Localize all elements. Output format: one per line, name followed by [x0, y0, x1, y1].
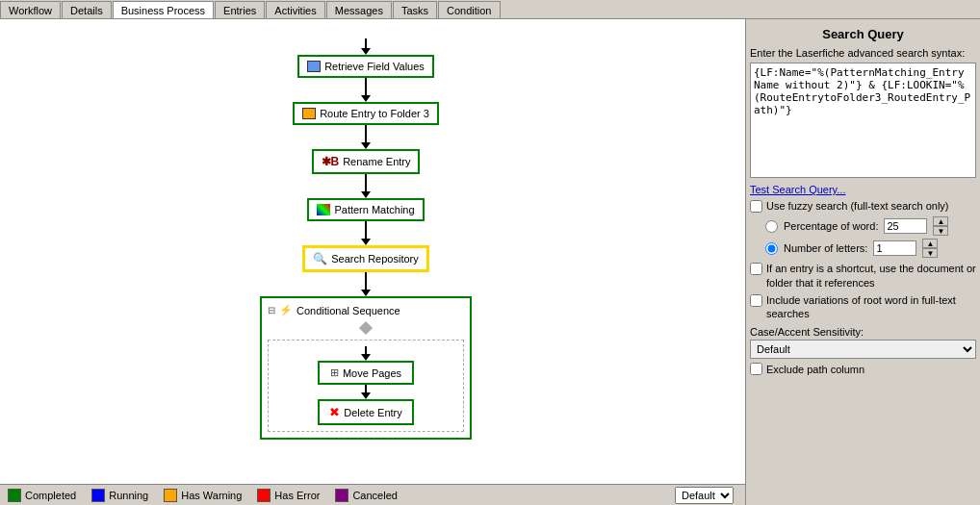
workflow-canvas: Retrieve Field Values Route Entry to Fol…	[0, 19, 746, 505]
node-search-label: Search Repository	[331, 253, 419, 265]
node-condseq[interactable]: ⊟ ⚡ Conditional Sequence	[260, 296, 472, 440]
condseq-inner: ⊞ Move Pages ✖ Delete Entry	[268, 340, 464, 432]
variations-checkbox[interactable]	[750, 294, 762, 307]
node-route[interactable]: Route Entry to Folder 3	[293, 102, 439, 125]
collapse-icon[interactable]: ⊟	[268, 305, 275, 316]
default-dropdown[interactable]: Default	[675, 487, 734, 504]
legend-error-color	[257, 489, 271, 502]
percentage-down-btn[interactable]: ▼	[933, 226, 948, 236]
move-icon: ⊞	[330, 366, 339, 379]
node-movepages-label: Move Pages	[343, 367, 401, 379]
tab-condition[interactable]: Condition	[438, 1, 500, 18]
node-retrieve-label: Retrieve Field Values	[324, 61, 425, 72]
legend-haswarning-label: Has Warning	[181, 490, 242, 501]
percentage-radio[interactable]	[765, 220, 778, 233]
node-search[interactable]: 🔍 Search Repository	[302, 245, 429, 272]
exclude-path-option: Exclude path column	[750, 363, 976, 375]
diamond-shape	[359, 321, 373, 335]
tab-entries[interactable]: Entries	[215, 1, 265, 18]
case-accent-select[interactable]: Default Sensitive Insensitive	[750, 340, 976, 359]
legend-running-label: Running	[109, 490, 148, 501]
legend-haserror-label: Has Error	[274, 490, 320, 501]
exclude-path-label: Exclude path column	[766, 364, 864, 375]
node-route-label: Route Entry to Folder 3	[320, 108, 429, 119]
node-pattern[interactable]: Pattern Matching	[307, 198, 424, 221]
percentage-up-btn[interactable]: ▲	[933, 216, 948, 226]
fuzzy-search-option: Use fuzzy search (full-text search only)	[750, 199, 976, 213]
default-select[interactable]: Default	[675, 487, 734, 504]
tab-activities[interactable]: Activities	[266, 1, 324, 18]
exclude-path-checkbox[interactable]	[750, 363, 762, 375]
legend-bar: Completed Running Has Warning Has Error …	[0, 484, 745, 505]
percentage-spinner: ▲ ▼	[933, 216, 948, 236]
legend-running-color	[91, 489, 105, 502]
letters-input[interactable]	[873, 240, 916, 256]
node-pattern-label: Pattern Matching	[334, 204, 414, 215]
letters-radio[interactable]	[765, 242, 778, 255]
search-icon: 🔍	[313, 252, 327, 265]
pattern-icon	[317, 204, 330, 215]
legend-completed-color	[8, 489, 21, 502]
shortcut-label: If an entry is a shortcut, use the docum…	[766, 262, 976, 290]
node-deleteentry[interactable]: ✖ Delete Entry	[318, 399, 414, 425]
case-accent-label: Case/Accent Sensitivity:	[750, 326, 976, 338]
legend-completed-label: Completed	[25, 490, 76, 501]
legend-warning-color	[164, 489, 177, 502]
legend-haswarning: Has Warning	[164, 489, 242, 502]
node-rename[interactable]: ✱B Rename Entry	[312, 149, 421, 174]
percentage-row: Percentage of word: ▲ ▼	[765, 216, 976, 236]
node-condseq-label: Conditional Sequence	[297, 305, 400, 316]
tab-details[interactable]: Details	[62, 1, 112, 18]
right-panel: Search Query Enter the Laserfiche advanc…	[746, 19, 980, 505]
letters-up-btn[interactable]: ▲	[922, 239, 938, 248]
test-query-link[interactable]: Test Search Query...	[750, 184, 976, 195]
tab-business-process[interactable]: Business Process	[113, 1, 214, 18]
workflow-nodes: Retrieve Field Values Route Entry to Fol…	[10, 29, 722, 440]
percentage-label: Percentage of word:	[784, 220, 878, 232]
tabs-bar: Workflow Details Business Process Entrie…	[0, 0, 980, 19]
node-deleteentry-label: Delete Entry	[344, 407, 402, 418]
letters-down-btn[interactable]: ▼	[922, 248, 938, 258]
delete-icon: ✖	[329, 405, 340, 419]
letters-row: Number of letters: ▲ ▼	[765, 239, 976, 258]
node-retrieve[interactable]: Retrieve Field Values	[297, 55, 434, 78]
rename-icon: ✱B	[322, 155, 340, 168]
percentage-input[interactable]	[884, 218, 927, 234]
variations-label: Include variations of root word in full-…	[766, 293, 976, 321]
query-textarea[interactable]: {LF:Name="%(PatternMatching_Entry Name w…	[750, 63, 976, 178]
legend-running: Running	[91, 489, 148, 502]
tab-workflow[interactable]: Workflow	[0, 1, 61, 18]
fuzzy-search-checkbox[interactable]	[750, 200, 762, 213]
radio-group: Percentage of word: ▲ ▼ Number of letter…	[765, 216, 976, 258]
tab-tasks[interactable]: Tasks	[393, 1, 437, 18]
letters-label: Number of letters:	[784, 242, 867, 254]
node-rename-label: Rename Entry	[343, 156, 410, 167]
node-movepages[interactable]: ⊞ Move Pages	[318, 361, 414, 385]
panel-title: Search Query	[750, 27, 976, 41]
fuzzy-search-label: Use fuzzy search (full-text search only)	[766, 199, 949, 213]
shortcut-checkbox[interactable]	[750, 263, 762, 275]
retrieve-icon	[307, 61, 321, 72]
variations-option: Include variations of root word in full-…	[750, 293, 976, 321]
legend-canceled-label: Canceled	[352, 490, 397, 501]
lightning-icon: ⚡	[279, 304, 293, 316]
legend-completed: Completed	[8, 489, 76, 502]
letters-spinner: ▲ ▼	[922, 239, 938, 258]
shortcut-option: If an entry is a shortcut, use the docum…	[750, 262, 976, 290]
route-icon	[302, 108, 316, 119]
legend-canceled-color	[335, 489, 348, 502]
panel-intro: Enter the Laserfiche advanced search syn…	[750, 47, 976, 59]
tab-messages[interactable]: Messages	[326, 1, 392, 18]
legend-canceled: Canceled	[335, 489, 397, 502]
legend-haserror: Has Error	[257, 489, 320, 502]
